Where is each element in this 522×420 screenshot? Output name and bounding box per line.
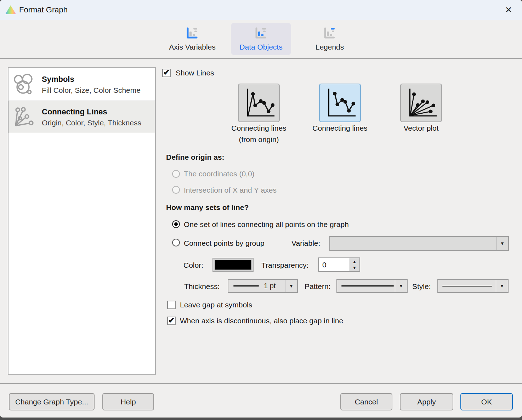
- axis-gap-checkbox[interactable]: ✔: [167, 317, 176, 325]
- chevron-down-icon: ▼: [500, 283, 504, 289]
- thumbnail-caption: Connecting lines: [301, 124, 379, 132]
- spinner-buttons: ▲ ▼: [349, 258, 359, 271]
- footer-divider: [0, 383, 522, 384]
- chevron-down-icon: ▼: [500, 241, 505, 246]
- show-lines-label: Show Lines: [176, 69, 214, 77]
- pattern-label: Pattern:: [305, 282, 331, 291]
- tab-data-objects-label: Data Objects: [239, 43, 282, 51]
- thumbnail-caption: Vector plot: [382, 124, 460, 132]
- define-origin-heading: Define origin as:: [166, 153, 225, 161]
- format-sidebar: Symbols Fill Color, Size, Color Scheme C…: [8, 67, 156, 375]
- dropdown-arrow-box: ▼: [496, 280, 508, 292]
- connecting-lines-thumb-icon: [320, 84, 360, 121]
- pattern-select[interactable]: ▼: [336, 279, 408, 293]
- connecting-lines-from-origin-icon: [239, 84, 279, 121]
- close-icon: ✕: [505, 5, 512, 15]
- tab-legends[interactable]: Legends: [300, 23, 360, 55]
- tab-bar: Axis Variables Data Objects Legends: [0, 20, 522, 59]
- checkmark-icon: ✔: [163, 68, 170, 77]
- thickness-line-sample-icon: [233, 285, 259, 286]
- leave-gap-checkbox[interactable]: [167, 301, 176, 309]
- variable-label: Variable:: [291, 239, 320, 248]
- tab-axis-variables[interactable]: Axis Variables: [162, 23, 222, 55]
- tab-axis-variables-label: Axis Variables: [169, 43, 216, 51]
- format-graph-dialog: Format Graph ✕ Axis Variables: [0, 0, 522, 418]
- spin-up-icon: ▲: [352, 259, 357, 264]
- connecting-lines-icon: [12, 106, 35, 129]
- radio-connect-by-group-label: Connect points by group: [184, 239, 265, 248]
- sidebar-item-symbols[interactable]: Symbols Fill Color, Size, Color Scheme: [8, 68, 155, 101]
- variable-select: ▼: [329, 236, 509, 251]
- radio-coordinates-label: The coordinates (0,0): [184, 170, 255, 178]
- dropdown-arrow-box: ▼: [395, 280, 407, 292]
- sidebar-item-connecting-lines[interactable]: Connecting Lines Origin, Color, Style, T…: [8, 101, 155, 133]
- checkmark-icon: ✔: [168, 316, 175, 325]
- symbols-icon: [12, 73, 35, 96]
- window-title: Format Graph: [19, 0, 68, 20]
- sidebar-item-title: Connecting Lines: [42, 107, 107, 117]
- transparency-label: Transparency:: [261, 261, 308, 269]
- axis-gap-label: When axis is discontinuous, also place g…: [180, 317, 343, 325]
- spinner-up-button[interactable]: ▲: [349, 258, 360, 265]
- style-select[interactable]: ▼: [437, 279, 509, 293]
- thickness-select[interactable]: 1 pt ▼: [228, 279, 298, 293]
- dropdown-arrow-box: ▼: [496, 237, 508, 250]
- show-lines-checkbox[interactable]: ✔: [162, 69, 171, 77]
- titlebar: Format Graph ✕: [0, 0, 522, 20]
- pattern-line-sample-icon: [341, 285, 394, 287]
- legends-icon: [323, 27, 337, 41]
- thumbnail-caption: (from origin): [220, 135, 297, 144]
- transparency-input[interactable]: 0: [322, 258, 327, 271]
- radio-one-set-label: One set of lines connecting all points o…: [184, 220, 349, 229]
- radio-connect-by-group[interactable]: [172, 239, 180, 246]
- data-objects-icon: [254, 27, 268, 41]
- thumbnail-caption: Connecting lines: [220, 124, 297, 132]
- sidebar-item-subtitle: Origin, Color, Style, Thickness: [42, 119, 141, 127]
- style-line-sample-icon: [442, 286, 492, 286]
- thickness-label: Thickness:: [184, 282, 220, 291]
- style-label: Style:: [412, 282, 431, 291]
- vector-plot-icon: [401, 84, 441, 121]
- thumbnail-vector-plot[interactable]: [400, 84, 442, 122]
- prism-logo-icon: [5, 5, 16, 15]
- thumbnail-connecting-lines-from-origin[interactable]: [238, 84, 280, 122]
- tab-data-objects[interactable]: Data Objects: [231, 23, 291, 55]
- chevron-down-icon: ▼: [399, 283, 403, 289]
- close-button[interactable]: ✕: [501, 3, 516, 17]
- cancel-button[interactable]: Cancel: [340, 393, 392, 410]
- radio-intersection: [172, 186, 180, 194]
- radio-intersection-label: Intersection of X and Y axes: [184, 186, 277, 194]
- radio-coordinates: [172, 170, 180, 178]
- sidebar-item-title: Symbols: [42, 75, 74, 84]
- thickness-value: 1 pt: [259, 282, 276, 290]
- change-graph-type-button[interactable]: Change Graph Type...: [9, 393, 95, 410]
- color-swatch-button[interactable]: [212, 258, 254, 272]
- transparency-spinner: 0 ▲ ▼: [318, 257, 360, 272]
- leave-gap-label: Leave gap at symbols: [180, 301, 252, 309]
- sets-heading: How many sets of line?: [166, 203, 249, 212]
- sidebar-item-subtitle: Fill Color, Size, Color Scheme: [42, 86, 141, 95]
- color-swatch: [215, 260, 251, 270]
- thumbnail-connecting-lines[interactable]: [319, 84, 361, 122]
- radio-one-set[interactable]: [172, 220, 180, 228]
- spinner-down-button[interactable]: ▼: [349, 265, 360, 272]
- apply-button[interactable]: Apply: [400, 393, 453, 410]
- help-button[interactable]: Help: [102, 393, 154, 410]
- spin-down-icon: ▼: [352, 265, 357, 270]
- tab-legends-label: Legends: [316, 43, 344, 51]
- color-label: Color:: [183, 261, 203, 269]
- dropdown-arrow-box: ▼: [285, 280, 297, 292]
- ok-button[interactable]: OK: [460, 393, 513, 410]
- chevron-down-icon: ▼: [289, 283, 294, 289]
- axis-variables-icon: [185, 27, 199, 41]
